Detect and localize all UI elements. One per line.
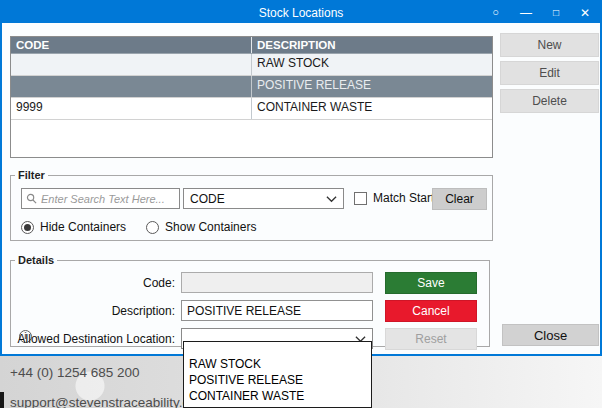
delete-button[interactable]: Delete bbox=[500, 89, 599, 113]
destination-dropdown-popup: RAW STOCK POSITIVE RELEASE CONTAINER WAS… bbox=[183, 341, 372, 408]
minimize-icon[interactable]: — bbox=[520, 7, 532, 19]
cell-code: 9999 bbox=[11, 98, 251, 119]
stock-locations-table: CODE DESCRIPTION RAW STOCK POSITIVE RELE… bbox=[10, 36, 493, 158]
cancel-button[interactable]: Cancel bbox=[385, 300, 477, 322]
cell-description: RAW STOCK bbox=[251, 54, 492, 75]
new-button[interactable]: New bbox=[500, 33, 599, 57]
match-start-label: Match Start bbox=[373, 191, 434, 205]
table-row-selected[interactable]: POSITIVE RELEASE bbox=[11, 76, 492, 98]
table-row[interactable]: 9999 CONTAINER WASTE bbox=[11, 98, 492, 120]
dropdown-option[interactable]: RAW STOCK bbox=[184, 356, 371, 372]
search-box bbox=[21, 188, 180, 209]
help-icon[interactable]: ○ bbox=[492, 7, 499, 18]
window-controls: ○ — □ ✕ bbox=[492, 2, 590, 23]
edit-button[interactable]: Edit bbox=[500, 61, 599, 85]
dropdown-option[interactable]: POSITIVE RELEASE bbox=[184, 372, 371, 388]
show-containers-label: Show Containers bbox=[165, 220, 256, 234]
cell-description: CONTAINER WASTE bbox=[251, 98, 492, 119]
search-input[interactable] bbox=[41, 193, 175, 205]
support-email: support@stevenstraceability.com bbox=[10, 395, 208, 408]
close-button[interactable]: Close bbox=[502, 324, 599, 346]
details-legend: Details bbox=[15, 254, 57, 266]
dropdown-option[interactable]: CONTAINER WASTE bbox=[184, 388, 371, 404]
description-label: Description: bbox=[15, 304, 175, 318]
save-button[interactable]: Save bbox=[385, 272, 477, 294]
column-header-description[interactable]: DESCRIPTION bbox=[251, 37, 492, 53]
column-header-code[interactable]: CODE bbox=[11, 37, 251, 53]
search-icon bbox=[26, 193, 37, 204]
details-group: Details Code: Description: i Allowed Des… bbox=[10, 254, 490, 347]
filter-field-value: CODE bbox=[190, 192, 225, 206]
description-input[interactable] bbox=[181, 300, 373, 321]
screen: Stock Locations ○ — □ ✕ CODE DESCRIPTION… bbox=[0, 0, 602, 408]
filter-legend: Filter bbox=[15, 169, 48, 181]
window-title: Stock Locations bbox=[259, 6, 344, 20]
cell-description: POSITIVE RELEASE bbox=[251, 76, 492, 97]
cell-code bbox=[11, 76, 251, 97]
filter-field-select[interactable]: CODE bbox=[183, 188, 344, 209]
code-label: Code: bbox=[15, 276, 175, 290]
phone-number: +44 (0) 1254 685 200 bbox=[10, 365, 139, 380]
dropdown-option-blank[interactable] bbox=[184, 342, 371, 356]
close-icon[interactable]: ✕ bbox=[580, 7, 590, 19]
clear-button[interactable]: Clear bbox=[432, 188, 487, 210]
maximize-icon[interactable]: □ bbox=[553, 8, 559, 18]
stock-locations-dialog: Stock Locations ○ — □ ✕ CODE DESCRIPTION… bbox=[0, 0, 602, 356]
table-row[interactable]: RAW STOCK bbox=[11, 54, 492, 76]
hide-containers-label: Hide Containers bbox=[40, 220, 126, 234]
show-containers-radio[interactable] bbox=[146, 221, 159, 234]
titlebar: Stock Locations ○ — □ ✕ bbox=[2, 2, 600, 23]
container-radio-group: Hide Containers Show Containers bbox=[21, 220, 256, 234]
match-start-checkbox[interactable] bbox=[354, 192, 367, 205]
table-header-row: CODE DESCRIPTION bbox=[11, 37, 492, 54]
code-input[interactable] bbox=[181, 272, 373, 293]
reset-button[interactable]: Reset bbox=[385, 328, 477, 350]
hide-containers-radio[interactable] bbox=[21, 221, 34, 234]
window-edge-bar bbox=[0, 392, 4, 408]
cell-code bbox=[11, 54, 251, 75]
dialog-client-area: CODE DESCRIPTION RAW STOCK POSITIVE RELE… bbox=[2, 23, 600, 356]
chevron-down-icon bbox=[326, 195, 337, 203]
filter-group: Filter CODE Match Start Clear bbox=[10, 169, 493, 241]
allowed-destination-label: Allowed Destination Location: bbox=[15, 332, 175, 346]
